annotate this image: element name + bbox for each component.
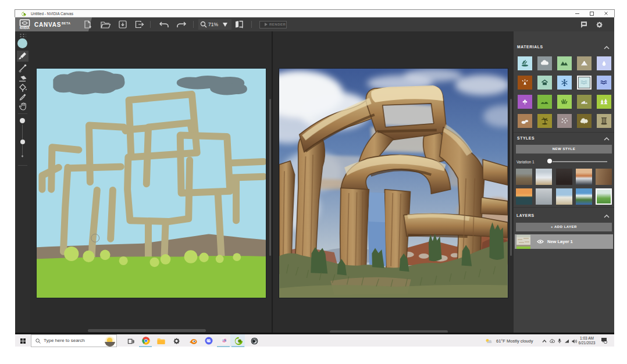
svg-text:NVIDIA: NVIDIA [20,26,30,30]
